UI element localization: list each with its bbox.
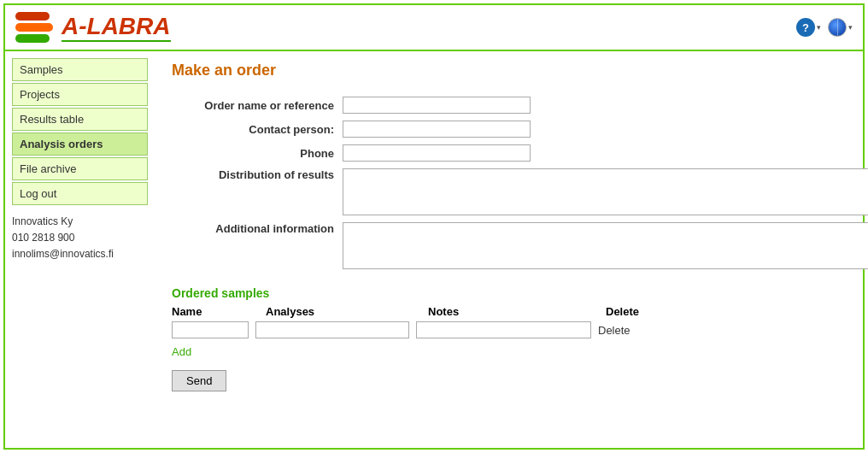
ordered-samples-section: Ordered samples Name Analyses Notes Dele…: [172, 286, 868, 391]
contact-person-row: Contact person:: [172, 121, 868, 138]
additional-row: Additional information: [172, 222, 868, 269]
col-notes-header: Notes: [419, 305, 599, 318]
sidebar-item-samples[interactable]: Samples: [12, 58, 148, 81]
ordered-samples-title: Ordered samples: [172, 286, 868, 300]
help-chevron-icon: ▾: [817, 23, 821, 32]
company-name: Innovatics Ky: [12, 214, 148, 230]
phone-row: Phone: [172, 144, 868, 162]
page-title: Make an order: [172, 62, 868, 79]
sidebar-item-file-archive[interactable]: File archive: [12, 157, 148, 180]
help-button[interactable]: ? ▾: [796, 18, 821, 37]
contact-person-input[interactable]: [343, 121, 531, 138]
language-button[interactable]: ▾: [828, 18, 853, 37]
sample-notes-input[interactable]: [416, 321, 591, 338]
sample-analyses-input[interactable]: [255, 321, 409, 338]
sidebar: Samples Projects Results table Analysis …: [5, 51, 155, 444]
company-phone: 010 2818 900: [12, 230, 148, 246]
company-email: innolims@innovatics.fi: [12, 246, 148, 262]
help-icon: ?: [796, 18, 815, 37]
delete-button[interactable]: Delete: [598, 324, 630, 337]
additional-textarea[interactable]: [343, 222, 868, 269]
sidebar-item-projects[interactable]: Projects: [12, 83, 148, 106]
logo-icon: [15, 12, 53, 43]
logo-bar-bot: [15, 34, 50, 43]
order-name-input[interactable]: [343, 97, 531, 114]
add-link[interactable]: Add: [172, 345, 191, 358]
header: A-LABRA ? ▾ ▾: [5, 5, 863, 51]
distribution-label: Distribution of results: [172, 168, 343, 181]
logo-bar-top: [15, 12, 50, 21]
phone-label: Phone: [172, 147, 343, 160]
col-delete-header: Delete: [599, 305, 639, 318]
main-layout: Samples Projects Results table Analysis …: [5, 51, 863, 444]
phone-input[interactable]: [343, 144, 531, 162]
col-analyses-header: Analyses: [257, 305, 419, 318]
distribution-textarea[interactable]: [343, 168, 868, 215]
order-name-label: Order name or reference: [172, 99, 343, 112]
send-button[interactable]: Send: [172, 370, 226, 391]
contact-person-label: Contact person:: [172, 123, 343, 136]
header-icons: ? ▾ ▾: [796, 18, 853, 37]
sidebar-item-results-table[interactable]: Results table: [12, 108, 148, 131]
additional-label: Additional information: [172, 222, 343, 235]
sample-name-input[interactable]: [172, 321, 249, 338]
order-name-row: Order name or reference: [172, 97, 868, 114]
company-info: Innovatics Ky 010 2818 900 innolims@inno…: [12, 214, 148, 263]
sidebar-item-analysis-orders[interactable]: Analysis orders: [12, 132, 148, 156]
logo-area: A-LABRA: [15, 12, 171, 43]
app-logo-text: A-LABRA: [62, 13, 171, 42]
col-name-header: Name: [172, 305, 257, 318]
distribution-row: Distribution of results: [172, 168, 868, 215]
content-area: Make an order Order name or reference Co…: [155, 51, 868, 444]
globe-icon: [828, 18, 847, 37]
logo-bar-mid: [15, 23, 53, 32]
sidebar-item-log-out[interactable]: Log out: [12, 182, 148, 205]
language-chevron-icon: ▾: [848, 23, 853, 32]
samples-table-header: Name Analyses Notes Delete: [172, 305, 868, 318]
table-row: Delete: [172, 321, 868, 338]
